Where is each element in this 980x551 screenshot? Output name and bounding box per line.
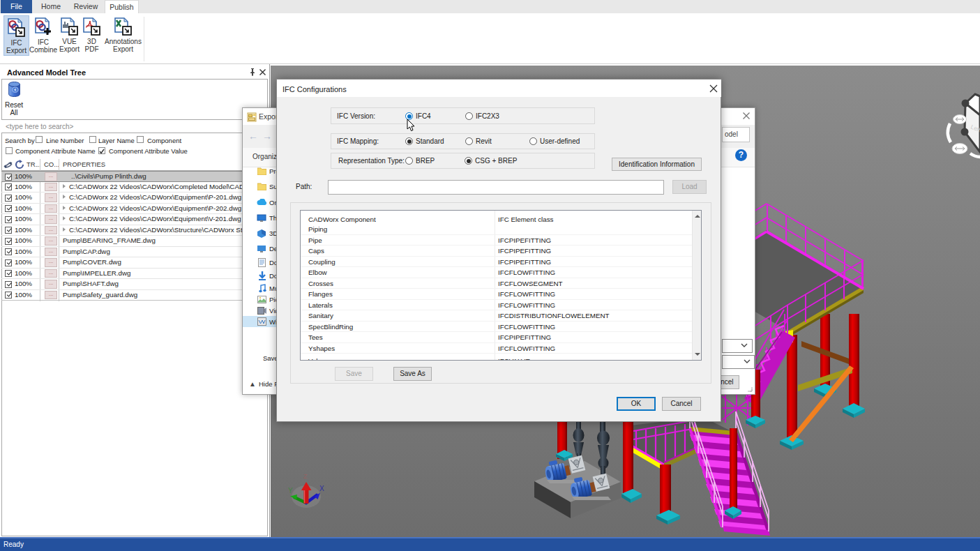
svg-text:Z: Z bbox=[303, 473, 308, 480]
svg-text:Y: Y bbox=[288, 487, 293, 495]
svg-text:X: X bbox=[319, 485, 324, 492]
